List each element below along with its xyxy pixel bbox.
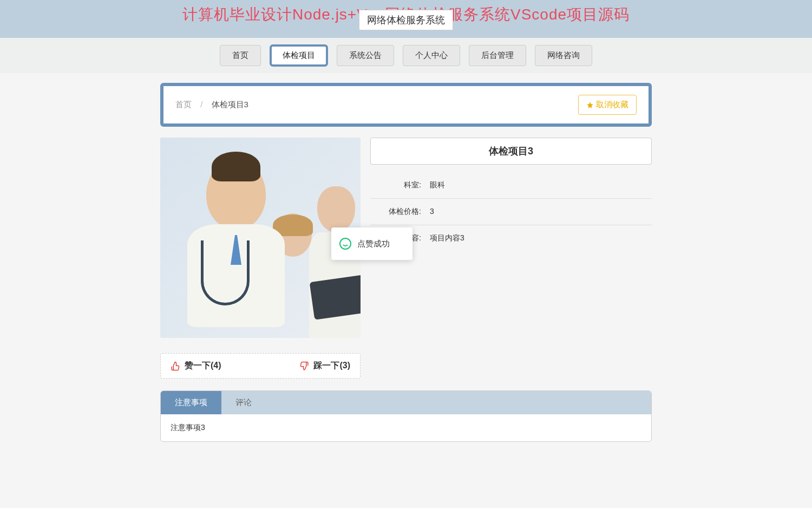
vote-bar: 赞一下(4) 踩一下(3) xyxy=(160,353,361,379)
info-row: 体检价格:3 xyxy=(370,199,652,225)
like-button[interactable]: 赞一下(4) xyxy=(171,360,221,372)
svg-point-0 xyxy=(340,238,351,249)
like-label: 赞一下(4) xyxy=(185,360,221,372)
dislike-button[interactable]: 踩一下(3) xyxy=(299,360,350,372)
detail-tabs: 注意事项评论 注意事项3 xyxy=(160,390,652,442)
nav-item-3[interactable]: 个人中心 xyxy=(403,45,460,66)
tab-0[interactable]: 注意事项 xyxy=(161,391,221,414)
info-label: 体检价格: xyxy=(370,207,430,217)
nav-item-5[interactable]: 网络咨询 xyxy=(535,45,592,66)
info-value: 项目内容3 xyxy=(430,233,464,243)
smile-icon xyxy=(339,237,352,250)
breadcrumb-separator: / xyxy=(200,100,202,109)
thumbs-down-icon xyxy=(299,361,309,371)
item-info: 科室:眼科体检价格:3项目内容:项目内容3 xyxy=(370,172,652,251)
nav-item-4[interactable]: 后台管理 xyxy=(469,45,526,66)
info-row: 项目内容:项目内容3 xyxy=(370,225,652,251)
breadcrumb-home[interactable]: 首页 xyxy=(175,100,192,109)
info-value: 眼科 xyxy=(430,180,445,190)
cancel-favorite-button[interactable]: 取消收藏 xyxy=(578,95,637,115)
banner-subtitle: 网络体检服务系统 xyxy=(359,10,453,30)
top-banner: 计算机毕业设计Node.js+Vue网络体检服务系统VScode项目源码 网络体… xyxy=(0,0,812,38)
nav-item-0[interactable]: 首页 xyxy=(220,45,261,66)
success-toast: 点赞成功 xyxy=(331,227,412,260)
main-nav: 首页体检项目系统公告个人中心后台管理网络咨询 xyxy=(0,38,812,73)
nav-item-2[interactable]: 系统公告 xyxy=(337,45,394,66)
cancel-favorite-label: 取消收藏 xyxy=(596,100,628,110)
tabs-header: 注意事项评论 xyxy=(161,391,651,414)
star-icon xyxy=(586,101,594,109)
item-image xyxy=(160,138,361,338)
info-row: 科室:眼科 xyxy=(370,172,652,199)
tab-content: 注意事项3 xyxy=(161,414,651,441)
item-title: 体检项目3 xyxy=(370,138,652,165)
nav-item-1[interactable]: 体检项目 xyxy=(270,44,328,67)
info-value: 3 xyxy=(430,207,434,217)
breadcrumb: 首页 / 体检项目3 xyxy=(175,100,248,110)
info-label: 科室: xyxy=(370,180,430,190)
breadcrumb-current: 体检项目3 xyxy=(212,100,248,109)
thumbs-up-icon xyxy=(171,361,180,371)
toast-text: 点赞成功 xyxy=(357,239,390,249)
dislike-label: 踩一下(3) xyxy=(313,360,350,372)
tab-1[interactable]: 评论 xyxy=(221,391,266,414)
breadcrumb-bar: 首页 / 体检项目3 取消收藏 xyxy=(160,83,652,127)
